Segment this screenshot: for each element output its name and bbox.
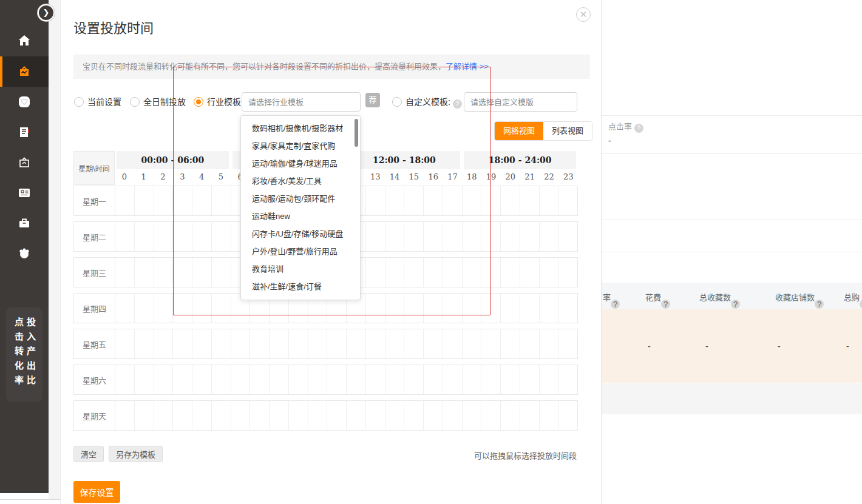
schedule-cell[interactable] — [443, 401, 463, 430]
schedule-cell[interactable] — [520, 258, 540, 287]
schedule-cell[interactable] — [115, 329, 135, 358]
sidebar-item-account[interactable] — [0, 178, 49, 208]
sidebar-item-reports[interactable] — [0, 117, 49, 147]
schedule-cell[interactable] — [366, 401, 385, 430]
schedule-cell[interactable] — [404, 365, 424, 394]
schedule-cell[interactable] — [173, 222, 192, 251]
dropdown-item[interactable]: 彩妆/香水/美发/工具 — [241, 172, 360, 190]
schedule-cell[interactable] — [501, 186, 520, 215]
schedule-cell[interactable] — [192, 222, 212, 251]
schedule-cell[interactable] — [212, 258, 231, 287]
schedule-cell[interactable] — [385, 294, 405, 323]
schedule-cell[interactable] — [115, 258, 135, 287]
schedule-cell[interactable] — [424, 186, 443, 215]
schedule-cell[interactable] — [154, 294, 174, 323]
schedule-cell[interactable] — [501, 365, 520, 394]
schedule-cell[interactable] — [366, 329, 385, 358]
schedule-cell[interactable] — [540, 329, 559, 358]
grid-view-button[interactable]: 网格视图 — [495, 122, 543, 140]
schedule-cell[interactable] — [192, 401, 212, 430]
schedule-cell[interactable] — [250, 401, 270, 430]
dropdown-item[interactable]: 教育培训 — [241, 260, 360, 278]
schedule-cell[interactable] — [404, 258, 424, 287]
schedule-cell[interactable] — [192, 365, 212, 394]
schedule-cell[interactable] — [404, 329, 424, 358]
schedule-cell[interactable] — [424, 294, 443, 323]
sidebar-expand-button[interactable]: ❯ — [38, 4, 55, 21]
schedule-cell[interactable] — [443, 329, 463, 358]
schedule-cell[interactable] — [212, 186, 231, 215]
schedule-cell[interactable] — [347, 329, 366, 358]
schedule-cell[interactable] — [289, 365, 308, 394]
schedule-cell[interactable] — [481, 329, 501, 358]
schedule-cell[interactable] — [231, 329, 251, 358]
schedule-cell[interactable] — [154, 329, 174, 358]
schedule-cell[interactable] — [212, 222, 231, 251]
schedule-cell[interactable] — [192, 186, 212, 215]
schedule-cell[interactable] — [115, 294, 135, 323]
schedule-cell[interactable] — [540, 222, 559, 251]
schedule-cell[interactable] — [366, 222, 385, 251]
schedule-cell[interactable] — [481, 186, 501, 215]
sidebar-item-home[interactable] — [0, 25, 49, 56]
schedule-cell[interactable] — [463, 222, 482, 251]
sidebar-item-favorites[interactable] — [0, 87, 49, 117]
schedule-cell[interactable] — [501, 294, 520, 323]
schedule-cell[interactable] — [212, 401, 231, 430]
schedule-cell[interactable] — [443, 258, 463, 287]
schedule-cell[interactable] — [366, 365, 385, 394]
custom-template-input[interactable] — [464, 92, 577, 112]
schedule-cell[interactable] — [135, 401, 154, 430]
schedule-cell[interactable] — [404, 294, 424, 323]
schedule-cell[interactable] — [366, 186, 385, 215]
dropdown-item[interactable]: 运动鞋new — [241, 207, 360, 225]
schedule-cell[interactable] — [481, 258, 501, 287]
schedule-cell[interactable] — [501, 258, 520, 287]
schedule-cell[interactable] — [327, 365, 347, 394]
radio-custom-template[interactable] — [392, 97, 402, 107]
save-as-template-button[interactable]: 另存为模板 — [109, 446, 163, 462]
schedule-cell[interactable] — [385, 258, 405, 287]
learn-more-link[interactable]: 了解详情 >> — [446, 62, 489, 71]
schedule-cell[interactable] — [540, 258, 559, 287]
schedule-cell[interactable] — [540, 294, 559, 323]
schedule-cell[interactable] — [135, 186, 154, 215]
dropdown-item[interactable]: 数码相机/摄像机/摄影器材 — [241, 119, 360, 137]
radio-current-setting-label[interactable]: 当前设置 — [87, 97, 121, 107]
sidebar-item-shop[interactable] — [0, 147, 49, 178]
sidebar-item-tools[interactable] — [0, 208, 49, 238]
schedule-cell[interactable] — [173, 186, 192, 215]
radio-fulltime-label[interactable]: 全日制投放 — [143, 97, 186, 107]
schedule-cell[interactable] — [173, 294, 192, 323]
schedule-cell[interactable] — [463, 329, 482, 358]
sidebar-item-campaigns[interactable] — [0, 56, 49, 87]
schedule-cell[interactable] — [385, 222, 405, 251]
schedule-cell[interactable] — [385, 365, 405, 394]
schedule-cell[interactable] — [424, 401, 443, 430]
schedule-cell[interactable] — [347, 365, 366, 394]
schedule-cell[interactable] — [135, 329, 154, 358]
sidebar-item-insights[interactable] — [0, 238, 49, 269]
schedule-cell[interactable] — [443, 294, 463, 323]
schedule-cell[interactable] — [192, 329, 212, 358]
clear-button[interactable]: 清空 — [73, 446, 104, 462]
schedule-cell[interactable] — [212, 365, 231, 394]
schedule-cell[interactable] — [115, 401, 135, 430]
radio-custom-template-label[interactable]: 自定义模板: ? — [406, 97, 462, 109]
schedule-cell[interactable] — [115, 186, 135, 215]
schedule-cell[interactable] — [481, 401, 501, 430]
schedule-cell[interactable] — [404, 222, 424, 251]
schedule-cell[interactable] — [115, 365, 135, 394]
schedule-cell[interactable] — [250, 329, 270, 358]
schedule-cell[interactable] — [366, 258, 385, 287]
schedule-cell[interactable] — [270, 401, 289, 430]
schedule-cell[interactable] — [289, 329, 308, 358]
schedule-cell[interactable] — [366, 294, 385, 323]
help-icon[interactable]: ? — [815, 300, 824, 309]
schedule-cell[interactable] — [115, 222, 135, 251]
schedule-cell[interactable] — [270, 365, 289, 394]
schedule-cell[interactable] — [463, 258, 482, 287]
schedule-cell[interactable] — [443, 186, 463, 215]
schedule-cell[interactable] — [520, 329, 540, 358]
list-view-button[interactable]: 列表视图 — [543, 122, 592, 140]
